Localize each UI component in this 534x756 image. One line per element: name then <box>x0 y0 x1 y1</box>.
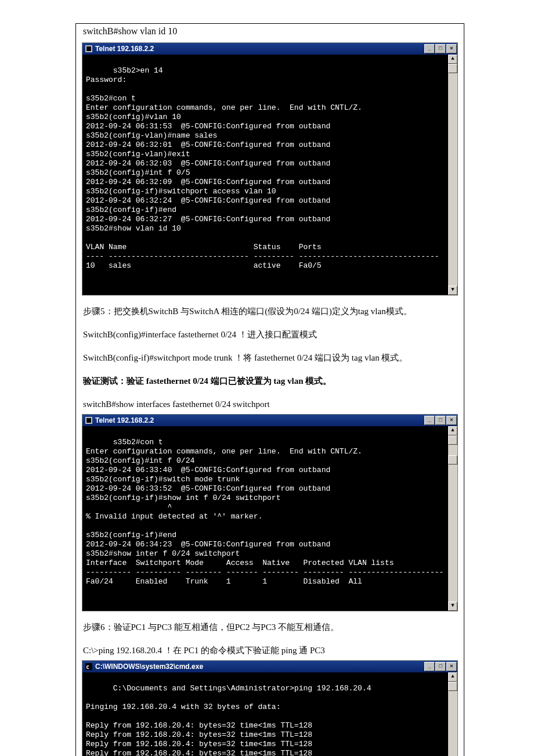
terminal-text: s35b2#con t Enter configuration commands… <box>86 438 443 586</box>
svg-rect-1 <box>86 46 91 51</box>
titlebar[interactable]: c C:\WINDOWS\system32\cmd.exe _ □ × <box>82 661 457 672</box>
scroll-up-icon[interactable]: ▲ <box>448 55 457 64</box>
step5-heading: 步骤5：把交换机SwitchB 与SwitchA 相连的端口(假设为0/24 端… <box>83 304 457 319</box>
scrollbar[interactable]: ▲ ▼ <box>448 426 457 611</box>
scroll-up-icon[interactable]: ▲ <box>448 426 457 435</box>
terminal-text: s35b2>en 14 Password: s35b2#con t Enter … <box>86 66 439 270</box>
close-button[interactable]: × <box>446 662 457 671</box>
svg-rect-3 <box>86 418 91 423</box>
step5-line2: SwitchB(config-if)#switchport mode trunk… <box>83 350 457 365</box>
window-title: Telnet 192.168.2.2 <box>95 416 424 424</box>
scroll-down-icon[interactable]: ▼ <box>448 602 457 611</box>
svg-text:c: c <box>86 664 89 670</box>
scroll-up-icon[interactable]: ▲ <box>448 672 457 682</box>
minimize-button[interactable]: _ <box>424 416 435 425</box>
scroll-thumb[interactable] <box>448 455 457 465</box>
terminal-output: s35b2>en 14 Password: s35b2#con t Enter … <box>82 55 457 295</box>
close-button[interactable]: × <box>446 44 457 53</box>
titlebar[interactable]: Telnet 192.168.2.2 _ □ × <box>82 43 457 55</box>
minimize-button[interactable]: _ <box>424 44 435 53</box>
maximize-button[interactable]: □ <box>435 416 446 425</box>
window-title: Telnet 192.168.2.2 <box>95 45 424 53</box>
scroll-thumb[interactable] <box>448 64 457 73</box>
scroll-thumb[interactable] <box>448 682 457 691</box>
close-button[interactable]: × <box>446 416 457 425</box>
minimize-button[interactable]: _ <box>424 662 435 671</box>
terminal-text: C:\Documents and Settings\Administrator>… <box>86 684 371 756</box>
maximize-button[interactable]: □ <box>435 662 446 671</box>
cmd-icon: c <box>85 663 93 671</box>
intro-command: switchB#show vlan id 10 <box>76 24 464 42</box>
step6-line1: C:\>ping 192.168.20.4 ！在 PC1 的命令模式下验证能 p… <box>83 643 457 658</box>
cmd-window: c C:\WINDOWS\system32\cmd.exe _ □ × C:\D… <box>82 660 458 756</box>
step5-line1: SwitchB(config)#interface fastethernet 0… <box>83 327 457 342</box>
step5-cmd: switchB#show interfaces fastethernet 0/2… <box>83 397 457 412</box>
terminal-output: C:\Documents and Settings\Administrator>… <box>82 672 457 756</box>
terminal-output: s35b2#con t Enter configuration commands… <box>82 426 457 611</box>
window-title: C:\WINDOWS\system32\cmd.exe <box>95 663 424 671</box>
maximize-button[interactable]: □ <box>435 44 446 53</box>
telnet-window-1: Telnet 192.168.2.2 _ □ × s35b2>en 14 Pas… <box>82 42 458 296</box>
scroll-thumb[interactable] <box>448 435 457 445</box>
telnet-window-2: Telnet 192.168.2.2 _ □ × s35b2#con t Ent… <box>82 414 458 611</box>
titlebar[interactable]: Telnet 192.168.2.2 _ □ × <box>82 415 457 426</box>
app-icon <box>85 416 93 424</box>
step6-heading: 步骤6：验证PC1 与PC3 能互相通信，但PC2 与PC3 不能互相通信。 <box>83 620 457 635</box>
scrollbar[interactable]: ▲ ▼ <box>448 672 457 756</box>
document-page: switchB#show vlan id 10 Telnet 192.168.2… <box>75 23 464 756</box>
step5-verify: 验证测试：验证 fastethernet 0/24 端口已被设置为 tag vl… <box>83 373 457 388</box>
scroll-down-icon[interactable]: ▼ <box>448 286 457 295</box>
app-icon <box>85 45 93 53</box>
scrollbar[interactable]: ▲ ▼ <box>448 55 457 295</box>
